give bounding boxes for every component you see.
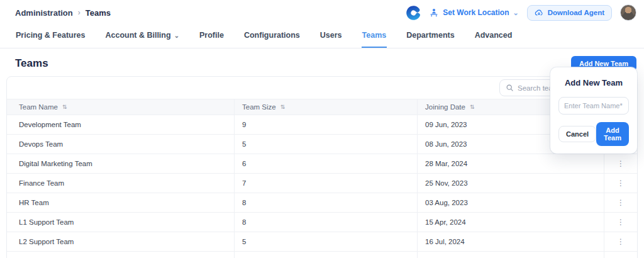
team-size-cell: 8 [235,213,418,232]
tab-bar: Pricing & FeaturesAccount & Billing⌄Prof… [0,25,644,48]
sort-icon: ⇅ [62,104,67,110]
row-actions-cell: ⋮ [604,154,637,173]
joining-date-cell: 16 Jul, 2024 [418,232,604,251]
breadcrumb-separator-icon: › [78,8,80,17]
cancel-button[interactable]: Cancel [558,126,596,142]
tab-label: Users [320,31,342,40]
tab-label: Advanced [475,31,513,40]
download-agent-button[interactable]: Download Agent [527,5,612,21]
tab-label: Pricing & Features [16,31,85,40]
set-work-location-dropdown[interactable]: Set Work Location ⌄ [429,8,518,18]
breadcrumb-administration[interactable]: Administration [15,8,73,18]
top-bar: Administration › Teams Set Work Location… [0,0,644,25]
breadcrumb: Administration › Teams [15,8,111,18]
team-name-cell: Digital Marketing Team [7,154,235,173]
tab-departments[interactable]: Departments [406,25,455,48]
team-name-cell: L3 Support Team [7,252,235,258]
column-header-team-size[interactable]: Team Size⇅ [235,99,418,115]
table-toolbar [7,77,637,99]
sort-icon: ⇅ [280,104,286,110]
brand-c-logo-icon[interactable] [406,6,421,20]
tab-profile[interactable]: Profile [199,25,225,48]
table-body: Development Team909 Jun, 2023⋮Devops Tea… [7,115,637,258]
kebab-menu-icon[interactable]: ⋮ [617,199,625,206]
search-icon [506,84,514,92]
chevron-down-icon: ⌄ [174,32,179,39]
table-row-l1-support-team[interactable]: L1 Support Team815 Apr, 2024⋮ [7,212,637,232]
row-actions-cell: ⋮ [604,193,637,212]
tab-users[interactable]: Users [319,25,343,48]
sort-icon: ⇅ [470,104,475,110]
kebab-menu-icon[interactable]: ⋮ [617,218,625,226]
teams-table-card: Team Name⇅Team Size⇅Joining Date⇅ Develo… [6,76,638,258]
joining-date-cell: 03 Aug, 2023 [418,193,604,212]
team-size-cell: 7 [235,174,418,193]
row-actions-cell: ⋮ [604,174,637,193]
table-row-development-team[interactable]: Development Team909 Jun, 2023⋮ [7,115,637,134]
team-size-cell: 6 [235,154,418,173]
team-name-cell: HR Team [7,193,235,212]
page-title: Teams [15,57,48,70]
table-row-hr-team[interactable]: HR Team803 Aug, 2023⋮ [7,193,637,212]
add-new-team-modal: Add New Team Cancel Add Team [550,67,637,154]
kebab-menu-icon[interactable]: ⋮ [617,160,625,167]
table-row-finance-team[interactable]: Finance Team725 Nov, 2023⋮ [7,173,637,193]
tab-advanced[interactable]: Advanced [474,25,513,48]
tab-configurations[interactable]: Configurations [243,25,301,48]
topbar-actions: Set Work Location ⌄ Download Agent [406,4,636,21]
kebab-menu-icon[interactable]: ⋮ [617,238,625,245]
download-agent-label: Download Agent [548,9,604,16]
user-avatar[interactable] [620,4,636,21]
joining-date-cell: 28 Mar, 2024 [418,154,604,173]
joining-date-cell: 25 Nov, 2023 [418,174,604,193]
tab-teams[interactable]: Teams [362,25,387,48]
table-row-l2-support-team[interactable]: L2 Support Team516 Jul, 2024⋮ [7,232,637,251]
row-actions-cell: ⋮ [604,252,637,258]
tab-label: Configurations [244,31,300,40]
column-label: Team Name [19,103,58,111]
team-name-cell: Development Team [7,115,235,134]
team-size-cell: 5 [235,232,418,251]
joining-date-cell: 15 Apr, 2024 [418,213,604,232]
team-name-cell: L1 Support Team [7,213,235,232]
tab-label: Profile [199,31,224,40]
team-size-cell: 8 [235,193,418,212]
team-size-cell: 5 [235,135,418,154]
set-work-location-label: Set Work Location [443,8,509,17]
person-at-desk-icon [429,8,439,18]
team-name-cell: Devops Team [7,135,235,154]
team-size-cell: 6 [235,252,418,258]
table-row-digital-marketing-team[interactable]: Digital Marketing Team628 Mar, 2024⋮ [7,154,637,173]
column-label: Joining Date [425,103,465,111]
chevron-down-icon: ⌄ [513,9,518,17]
joining-date-cell: 27 Mar, 2024 [418,252,604,258]
tab-label: Account & Billing [105,31,170,40]
modal-title: Add New Team [558,78,629,87]
team-name-cell: Finance Team [7,174,235,193]
row-actions-cell: ⋮ [604,213,637,232]
tab-account-billing[interactable]: Account & Billing⌄ [104,25,180,48]
column-label: Team Size [242,103,276,111]
table-header-row: Team Name⇅Team Size⇅Joining Date⇅ [7,99,637,115]
add-team-button[interactable]: Add Team [596,122,629,146]
row-actions-cell: ⋮ [604,232,637,251]
team-size-cell: 9 [235,115,418,134]
tab-pricing-features[interactable]: Pricing & Features [15,25,86,48]
tab-label: Teams [362,31,387,40]
table-row-devops-team[interactable]: Devops Team508 Jun, 2023⋮ [7,134,637,154]
table-row-l3-support-team[interactable]: L3 Support Team627 Mar, 2024⋮ [7,251,637,258]
kebab-menu-icon[interactable]: ⋮ [617,179,625,187]
modal-buttons: Cancel Add Team [558,122,629,146]
tab-label: Departments [406,31,454,40]
team-name-input[interactable] [558,97,629,115]
column-header-team-name[interactable]: Team Name⇅ [7,99,235,115]
team-name-cell: L2 Support Team [7,232,235,251]
cloud-download-icon [535,8,543,17]
breadcrumb-teams: Teams [86,8,111,18]
page-head: Teams Add New Team [0,48,644,76]
